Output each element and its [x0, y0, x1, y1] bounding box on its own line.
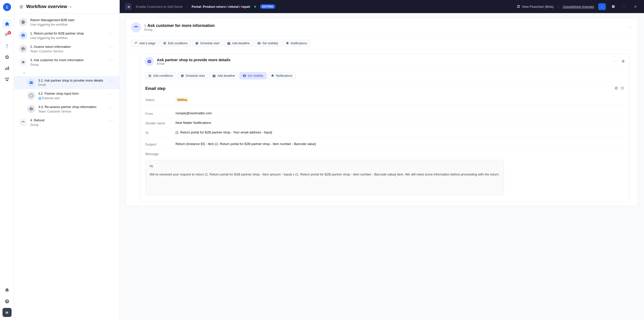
item-icon-start: [19, 18, 27, 26]
add-deadline-step-icon: [212, 74, 216, 78]
add-conditions-label: Add conditions: [153, 74, 173, 78]
item-menu-3[interactable]: ···: [110, 58, 114, 63]
workflow-item-start[interactable]: Return Management B2B start User trigger…: [14, 16, 119, 29]
item-name-start: Return Management B2B start: [30, 18, 114, 22]
unpublished-changes-link[interactable]: Unpublished changes: [563, 5, 594, 9]
message-body[interactable]: Hi, We've received your request to retur…: [145, 160, 504, 195]
workflow-title: Workflow overview: [26, 4, 67, 9]
sidebar-icon-users[interactable]: [3, 75, 12, 84]
edit-conditions-button[interactable]: Edit conditions: [160, 40, 191, 47]
expand-icon-3: [21, 70, 27, 76]
item-sub-2: Team: Customer Service: [30, 50, 107, 53]
item-info-2: 2. Assess return information Team: Custo…: [30, 45, 107, 53]
item-name-1: 1. Return portal for B2B partner shop: [30, 31, 107, 36]
add-conditions-button[interactable]: Add conditions: [145, 72, 176, 79]
stage-header: 3 Ask customer for more information Grou…: [126, 18, 638, 37]
sidebar-icon-inbox[interactable]: 8: [3, 30, 12, 40]
item-info-3-2: 3.2. Partner shop input form 🌐 External …: [38, 92, 107, 100]
email-step-title: Email step: [145, 86, 165, 91]
item-sub-3-3: Team: Customer Service: [38, 110, 107, 113]
detail-area: 3 Ask customer for more information Grou…: [120, 13, 644, 320]
add-deadline-stage-button[interactable]: Add deadline: [224, 40, 253, 47]
item-menu-3-3[interactable]: ···: [110, 105, 114, 110]
item-icon-4: [19, 118, 27, 126]
workflow-item-3-3[interactable]: 3.3. Re-assess partner shop information …: [14, 102, 119, 116]
item-name-3-1: 3.1. Ask partner shop to provide more de…: [38, 79, 107, 83]
step-menu-button[interactable]: ···: [613, 59, 617, 64]
sidebar-icon-analytics[interactable]: [3, 64, 12, 73]
editing-label: EDITING: [262, 5, 273, 8]
sender-name-value: Next Matter Notifications: [176, 121, 624, 125]
upload-button[interactable]: ↑: [598, 3, 606, 10]
menu-icon: [19, 5, 24, 9]
stage-title: Ask customer for more information: [147, 23, 215, 28]
item-sub-start: User triggering the workflow: [30, 23, 114, 26]
set-visibility-stage-label: Set visibility: [262, 42, 278, 45]
user-avatar[interactable]: M: [3, 308, 12, 317]
workflow-item-4[interactable]: 4. Refund Group ···: [14, 116, 119, 129]
schedule-start-step-button[interactable]: Schedule start: [177, 72, 208, 79]
item-menu-4[interactable]: ···: [110, 118, 114, 123]
message-label: Message: [145, 152, 159, 156]
set-visibility-step-icon: [243, 74, 246, 78]
notifications-stage-button[interactable]: Notifications: [282, 40, 310, 47]
workflow-item-2[interactable]: 2. Assess return information Team: Custo…: [14, 42, 119, 56]
set-visibility-stage-button[interactable]: Set visibility: [254, 40, 281, 47]
app-sidebar: 1 8 M: [0, 0, 14, 320]
sidebar-icon-layers[interactable]: [3, 42, 12, 51]
add-stage-label: Add a stage: [139, 42, 155, 45]
item-info-3-3: 3.3. Re-assess partner shop information …: [38, 105, 107, 113]
sidebar-icon-home[interactable]: [3, 19, 12, 28]
workflow-item-3-2[interactable]: 3.2. Partner shop input form 🌐 External …: [14, 89, 119, 102]
schedule-start-stage-button[interactable]: Schedule start: [192, 40, 223, 47]
sender-name-label: Sender name: [145, 121, 176, 125]
add-deadline-stage-label: Add deadline: [232, 42, 250, 45]
set-visibility-step-button[interactable]: Set visibility: [239, 72, 267, 79]
sidebar-icon-notifications[interactable]: [3, 286, 12, 295]
item-menu-1[interactable]: ···: [110, 31, 114, 36]
stage-number: 3: [144, 24, 146, 28]
stage-menu-button[interactable]: ···: [628, 25, 633, 30]
flowchart-button[interactable]: View Flowchart (Beta): [517, 5, 554, 9]
workflow-item-3-1[interactable]: 3.1. Ask partner shop to provide more de…: [14, 76, 119, 89]
item-sub-4: Group: [30, 123, 107, 127]
play-button[interactable]: [610, 3, 617, 10]
from-label: From: [145, 111, 176, 116]
email-detail-header: Email step: [145, 86, 624, 91]
expand-icon-btn[interactable]: [620, 86, 624, 91]
workflow-item-1[interactable]: 1. Return portal for B2B partner shop Us…: [14, 29, 119, 42]
subject-value: Return {Instance ID} - Item {1. Return p…: [176, 142, 624, 146]
collapse-panel-button[interactable]: ◀: [125, 3, 132, 10]
sidebar-icon-help[interactable]: [3, 297, 12, 306]
top-bar: ◀ Enable Customers to Self-Serve › Porta…: [120, 0, 644, 13]
workflow-item-3[interactable]: 3. Ask customer for more information Gro…: [14, 56, 119, 69]
step-icon-3-1: [145, 57, 154, 66]
settings-icon-btn[interactable]: [614, 86, 618, 91]
add-stage-icon: [134, 42, 138, 45]
step-info-3-1: Ask partner shop to provide more details…: [157, 58, 231, 65]
add-stage-button[interactable]: Add a stage: [131, 40, 159, 47]
add-deadline-step-button[interactable]: Add deadline: [209, 72, 238, 79]
stage-icon: [131, 22, 141, 32]
editing-badge: EDITING: [260, 4, 275, 9]
to-label: To: [145, 130, 176, 135]
item-menu-2[interactable]: ···: [110, 45, 114, 49]
to-value: {1. Return portal for B2B partner shop -…: [176, 130, 624, 134]
step-delete-button[interactable]: [621, 59, 625, 64]
item-info-3-1: 3.1. Ask partner shop to provide more de…: [38, 79, 107, 87]
item-menu-3-1[interactable]: ···: [110, 79, 114, 83]
step-subtitle-3-1: Email: [157, 62, 231, 65]
more-options-button[interactable]: ···: [621, 3, 628, 10]
notifications-step-button[interactable]: Notifications: [268, 72, 295, 79]
item-menu-3-2[interactable]: ···: [110, 92, 114, 96]
item-icon-2: [19, 45, 27, 53]
breadcrumb-text: Enable Customers to Self-Serve: [136, 5, 183, 9]
item-name-3: 3. Ask customer for more information: [30, 58, 107, 62]
item-info-1: 1. Return portal for B2B partner shop Us…: [30, 31, 107, 40]
sidebar-icon-workflows[interactable]: [3, 53, 12, 62]
stage-card: 3 Ask customer for more information Grou…: [126, 18, 638, 206]
close-button[interactable]: [632, 3, 639, 10]
from-row: From noreply@nextmatter.com: [145, 109, 624, 118]
collapse-chevron[interactable]: ▾: [70, 5, 71, 9]
notifications-stage-icon: [286, 42, 289, 45]
